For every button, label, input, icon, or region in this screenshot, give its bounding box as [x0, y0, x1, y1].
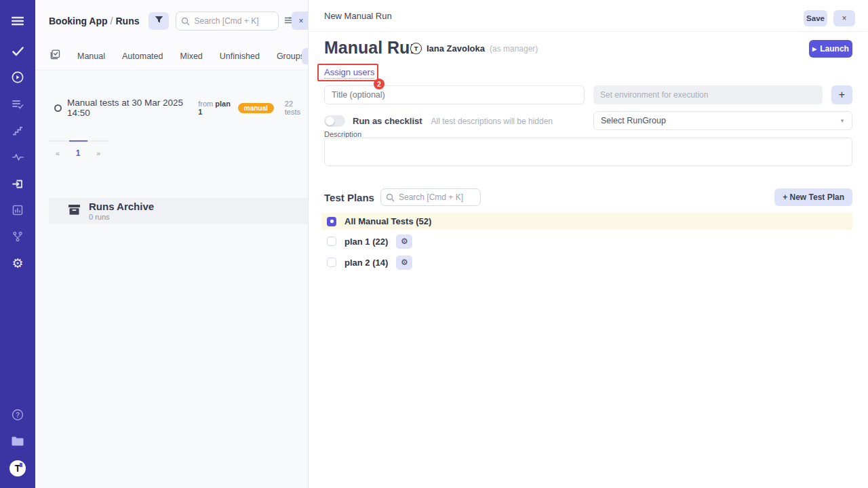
chevron-down-icon: ▼: [840, 118, 845, 124]
app-root: ⚙ ? T Booking App/Runs ×: [0, 0, 868, 488]
owner-name: Iana Zavoloka: [427, 43, 485, 54]
filter-button[interactable]: [149, 12, 169, 30]
add-environment-button[interactable]: +: [831, 85, 852, 104]
test-plan-row-plan1[interactable]: plan 1 (22) ⚙: [321, 234, 852, 249]
runs-search: [176, 12, 279, 30]
test-plan-label[interactable]: All Manual Tests (52): [344, 216, 431, 226]
plan1-settings-button[interactable]: ⚙: [396, 235, 412, 249]
gear-icon: ⚙: [401, 237, 408, 245]
steps-icon[interactable]: [0, 121, 35, 141]
new-run-panel: New Manual Run Save × Manual Run T Iana …: [309, 0, 868, 488]
tab-automated[interactable]: Automated: [122, 52, 163, 61]
breadcrumb[interactable]: Booking App/Runs: [49, 16, 139, 26]
pagination-page-1[interactable]: 1: [76, 148, 81, 158]
files-folder-icon[interactable]: [0, 431, 35, 451]
checkbox-checked-icon[interactable]: [327, 217, 336, 226]
archive-box-icon: [68, 204, 81, 218]
new-run-header: New Manual Run Save ×: [309, 0, 868, 32]
assign-users-link[interactable]: Assign users: [324, 67, 374, 79]
gear-icon: ⚙: [401, 258, 408, 266]
runs-list-panel: Booking App/Runs × Manual Automated Mixe…: [35, 0, 309, 488]
run-tests-count: 22 tests: [285, 100, 308, 116]
runs-tabs: Manual Automated Mixed Unfinished Groups: [35, 42, 308, 70]
tab-unfinished[interactable]: Unfinished: [220, 52, 260, 61]
run-title-input[interactable]: [324, 85, 585, 104]
help-icon[interactable]: ?: [0, 405, 35, 425]
rungroup-value: Select RunGroup: [601, 116, 666, 125]
toggle-knob: [326, 117, 334, 125]
test-plans-search: [380, 188, 481, 206]
tab-groups[interactable]: Groups: [277, 52, 304, 61]
play-icon: ▶: [812, 46, 816, 52]
test-plans-heading: Test Plans: [324, 192, 374, 203]
breadcrumb-separator: /: [108, 16, 116, 26]
archive-title: Runs Archive: [89, 201, 154, 213]
owner-role: (as manager): [490, 44, 538, 54]
annotation-step-badge: 2: [374, 79, 384, 89]
branches-icon[interactable]: [0, 226, 35, 247]
test-plans-search-input[interactable]: [380, 188, 481, 206]
run-owner: T Iana Zavoloka (as manager): [410, 43, 538, 54]
checklist-hint: All test descriptions will be hidden: [431, 117, 553, 126]
search-icon: [386, 192, 395, 205]
owner-avatar: T: [410, 43, 422, 54]
search-icon: [181, 16, 190, 28]
plan2-settings-button[interactable]: ⚙: [396, 256, 412, 270]
play-circle-icon[interactable]: [0, 67, 35, 87]
app-logo[interactable]: T: [0, 458, 35, 479]
archive-count: 0 runs: [89, 213, 154, 221]
close-button[interactable]: ×: [833, 10, 855, 26]
logo-flag: [20, 463, 22, 467]
rungroup-select[interactable]: Select RunGroup ▼: [593, 111, 852, 130]
new-test-plan-button[interactable]: + New Test Plan: [774, 188, 852, 206]
menu-icon[interactable]: [0, 11, 35, 31]
runs-search-input[interactable]: [176, 12, 279, 30]
test-plan-row-all[interactable]: All Manual Tests (52): [321, 213, 852, 230]
test-list-icon[interactable]: [0, 94, 35, 115]
breadcrumb-page[interactable]: Runs: [115, 16, 139, 26]
runs-check-icon[interactable]: [0, 41, 35, 62]
test-plan-row-plan2[interactable]: plan 2 (14) ⚙: [321, 255, 852, 270]
test-plan-label[interactable]: plan 1 (22): [344, 237, 388, 247]
activity-icon[interactable]: [0, 147, 35, 167]
runs-archive-row[interactable]: Runs Archive 0 runs: [49, 198, 308, 224]
sidebar: ⚙ ? T: [0, 0, 35, 488]
checklist-toggle[interactable]: [324, 115, 345, 127]
checkbox-unchecked-icon[interactable]: [327, 237, 336, 246]
checklist-toggle-row: Run as checklist All test descriptions w…: [324, 115, 553, 127]
tabs-overflow-pill[interactable]: [302, 48, 309, 64]
tab-mixed[interactable]: Mixed: [180, 52, 202, 61]
description-textarea[interactable]: [324, 138, 852, 166]
pagination-active-indicator: [69, 140, 87, 142]
run-type-badge: manual: [238, 103, 274, 113]
run-list-item[interactable]: Manual tests at 30 Mar 2025 14:50 from p…: [54, 98, 308, 118]
sign-in-icon[interactable]: [0, 174, 35, 194]
checkbox-unchecked-icon[interactable]: [327, 258, 336, 267]
page-title: Manual Run: [324, 38, 420, 58]
panel-close-button[interactable]: ×: [292, 12, 309, 30]
save-button[interactable]: Save: [804, 10, 827, 26]
tab-manual[interactable]: Manual: [77, 52, 105, 61]
run-from: from plan 1: [198, 100, 232, 116]
pagination-next[interactable]: »: [96, 149, 100, 157]
svg-text:?: ?: [16, 411, 20, 419]
select-all-icon[interactable]: [50, 49, 60, 62]
run-title[interactable]: Manual tests at 30 Mar 2025 14:50: [67, 98, 193, 118]
funnel-icon: [155, 16, 163, 26]
run-status-icon: [54, 104, 62, 112]
test-plan-label[interactable]: plan 2 (14): [344, 258, 388, 268]
environment-input[interactable]: [593, 85, 823, 104]
reports-icon[interactable]: [0, 200, 35, 220]
new-run-title: New Manual Run: [324, 11, 392, 21]
pagination-prev[interactable]: «: [56, 149, 60, 157]
launch-button[interactable]: ▶ Launch: [809, 40, 852, 58]
breadcrumb-project[interactable]: Booking App: [49, 16, 108, 26]
pagination: « 1 »: [47, 140, 108, 158]
settings-gear-icon[interactable]: ⚙: [0, 253, 35, 273]
runs-panel-header: Booking App/Runs ×: [35, 0, 308, 42]
checklist-label: Run as checklist: [353, 116, 422, 126]
